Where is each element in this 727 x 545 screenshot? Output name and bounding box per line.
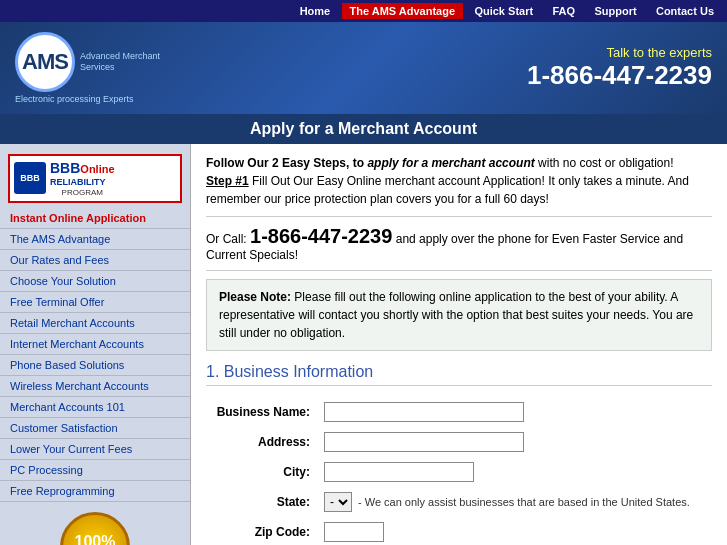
state-label: State: — [208, 488, 318, 516]
guarantee-percent: 100% — [75, 533, 116, 545]
sidebar-item-ams-advantage[interactable]: The AMS Advantage — [0, 229, 190, 250]
sidebar-item-customer-satisfaction[interactable]: Customer Satisfaction — [0, 418, 190, 439]
logo-area: AMS Advanced Merchant Services Electroni… — [15, 32, 160, 104]
top-navigation: Home The AMS Advantage Quick Start FAQ S… — [0, 0, 727, 22]
step-intro-end: with no cost or obligation! — [535, 156, 674, 170]
apply-title: Apply for a Merchant Account — [0, 114, 727, 144]
logo-subtitle: Advanced Merchant Services — [80, 51, 160, 73]
note-text: Please fill out the following online app… — [219, 290, 693, 340]
note-label: Please Note: — [219, 290, 291, 304]
step1-text: Fill Out Our Easy Online merchant accoun… — [206, 174, 689, 206]
zip-label: Zip Code: — [208, 518, 318, 545]
nav-home[interactable]: Home — [292, 3, 339, 19]
bbb-reliability-label: RELIABILITY — [50, 177, 115, 188]
state-note: - We can only assist businesses that are… — [358, 496, 690, 508]
nav-support[interactable]: Support — [586, 3, 644, 19]
note-box: Please Note: Please fill out the followi… — [206, 279, 712, 351]
field-city: City: — [208, 458, 710, 486]
call-label: Or Call: — [206, 232, 247, 246]
logo-tagline: Electronic processing Experts — [15, 94, 160, 104]
sidebar: BBB BBBOnline RELIABILITY PROGRAM Instan… — [0, 144, 190, 545]
guarantee-badge: 100% GUARANTEE — [0, 512, 190, 545]
logo-text: AMS — [22, 49, 68, 75]
zip-input[interactable] — [324, 522, 384, 542]
bbb-program-label: PROGRAM — [50, 188, 115, 197]
sidebar-item-free-reprogramming[interactable]: Free Reprogramming — [0, 481, 190, 502]
sidebar-item-lower-fees[interactable]: Lower Your Current Fees — [0, 439, 190, 460]
bbb-box: BBB BBBOnline RELIABILITY PROGRAM — [8, 154, 182, 203]
content-area: Follow Our 2 Easy Steps, to apply for a … — [190, 144, 727, 545]
address-label: Address: — [208, 428, 318, 456]
sidebar-item-internet-merchant[interactable]: Internet Merchant Accounts — [0, 334, 190, 355]
field-state: State: - - We can only assist businesses… — [208, 488, 710, 516]
sidebar-item-choose-solution[interactable]: Choose Your Solution — [0, 271, 190, 292]
sidebar-item-wireless-merchant[interactable]: Wireless Merchant Accounts — [0, 376, 190, 397]
talk-experts-label: Talk to the experts — [527, 45, 712, 60]
nav-quick-start[interactable]: Quick Start — [466, 3, 541, 19]
form-section-title: 1. Business Information — [206, 363, 712, 386]
business-name-label: Business Name: — [208, 398, 318, 426]
call-box: Or Call: 1-866-447-2239 and apply over t… — [206, 225, 712, 271]
sidebar-item-phone-solutions[interactable]: Phone Based Solutions — [0, 355, 190, 376]
apply-italic: apply for a merchant account — [367, 156, 534, 170]
nav-ams-advantage[interactable]: The AMS Advantage — [342, 3, 464, 19]
main-container: BBB BBBOnline RELIABILITY PROGRAM Instan… — [0, 144, 727, 545]
city-input[interactable] — [324, 462, 474, 482]
header-phone-number: 1-866-447-2239 — [527, 60, 712, 91]
city-label: City: — [208, 458, 318, 486]
field-address: Address: — [208, 428, 710, 456]
field-business-name: Business Name: — [208, 398, 710, 426]
field-zip: Zip Code: — [208, 518, 710, 545]
header-contact: Talk to the experts 1-866-447-2239 — [527, 45, 712, 91]
sidebar-item-free-terminal[interactable]: Free Terminal Offer — [0, 292, 190, 313]
step1-label: Step #1 — [206, 174, 249, 188]
address-input[interactable] — [324, 432, 524, 452]
steps-description: Follow Our 2 Easy Steps, to apply for a … — [206, 154, 712, 217]
business-name-input[interactable] — [324, 402, 524, 422]
sidebar-item-instant-online[interactable]: Instant Online Application — [0, 208, 190, 229]
nav-contact-us[interactable]: Contact Us — [648, 3, 722, 19]
business-info-form: Business Name: Address: City: State: - — [206, 396, 712, 545]
sidebar-item-retail-merchant[interactable]: Retail Merchant Accounts — [0, 313, 190, 334]
call-phone-number: 1-866-447-2239 — [250, 225, 392, 247]
bbb-seal-icon: BBB — [14, 162, 46, 194]
sidebar-item-pc-processing[interactable]: PC Processing — [0, 460, 190, 481]
bbb-online-label: BBBOnline — [50, 160, 115, 177]
sidebar-item-rates-fees[interactable]: Our Rates and Fees — [0, 250, 190, 271]
page-header: AMS Advanced Merchant Services Electroni… — [0, 22, 727, 114]
logo-circle: AMS — [15, 32, 75, 92]
sidebar-item-merchant-101[interactable]: Merchant Accounts 101 — [0, 397, 190, 418]
state-select[interactable]: - — [324, 492, 352, 512]
follow-label: Follow Our 2 Easy Steps, to — [206, 156, 367, 170]
nav-faq[interactable]: FAQ — [544, 3, 583, 19]
